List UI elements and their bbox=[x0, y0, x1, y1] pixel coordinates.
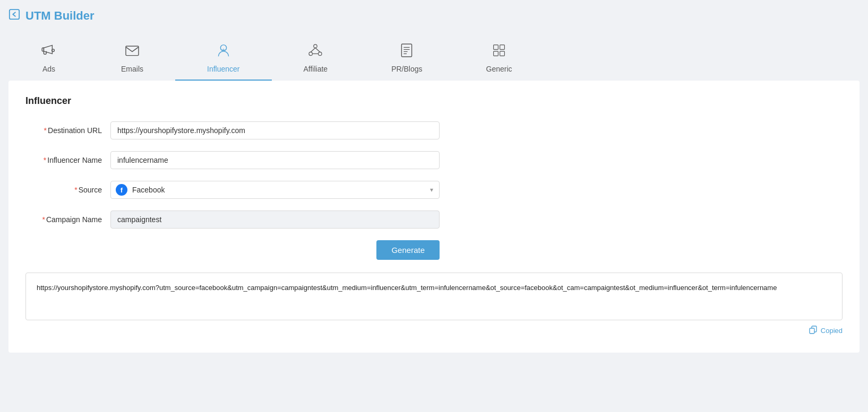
influencer-name-row: *Influencer Name bbox=[25, 151, 503, 169]
svg-rect-17 bbox=[500, 45, 505, 50]
page-header: UTM Builder bbox=[8, 8, 860, 23]
tab-influencer[interactable]: Influencer bbox=[175, 36, 271, 81]
generate-row: Generate bbox=[25, 240, 440, 260]
tab-generic[interactable]: Generic bbox=[454, 36, 544, 81]
svg-rect-0 bbox=[10, 10, 19, 19]
influencer-icon bbox=[215, 42, 232, 62]
required-star-4: * bbox=[42, 215, 45, 224]
affiliate-icon bbox=[307, 42, 324, 62]
main-content: Influencer *Destination URL *Influencer … bbox=[8, 81, 860, 353]
campaign-name-label: *Campaign Name bbox=[25, 215, 110, 224]
tab-emails[interactable]: Emails bbox=[89, 36, 175, 81]
required-star: * bbox=[44, 126, 47, 135]
campaign-name-input[interactable] bbox=[110, 211, 440, 229]
svg-point-7 bbox=[319, 52, 322, 55]
page-title: UTM Builder bbox=[25, 9, 94, 23]
svg-rect-11 bbox=[402, 44, 412, 57]
copy-icon bbox=[809, 326, 818, 336]
influencer-name-input[interactable] bbox=[110, 151, 440, 169]
source-select-wrapper: f Facebook Instagram Twitter YouTube Tik… bbox=[110, 181, 440, 199]
svg-rect-19 bbox=[500, 51, 505, 56]
required-star-2: * bbox=[44, 156, 46, 164]
svg-rect-2 bbox=[126, 46, 139, 56]
source-label: *Source bbox=[25, 186, 110, 194]
destination-url-label: *Destination URL bbox=[25, 126, 110, 135]
tab-affiliate-label: Affiliate bbox=[304, 65, 328, 73]
destination-url-input[interactable] bbox=[110, 121, 440, 139]
svg-point-5 bbox=[314, 45, 317, 48]
svg-line-9 bbox=[315, 48, 320, 52]
required-star-3: * bbox=[74, 186, 77, 194]
source-select[interactable]: Facebook Instagram Twitter YouTube TikTo… bbox=[110, 181, 440, 199]
svg-rect-18 bbox=[494, 51, 499, 56]
svg-point-6 bbox=[309, 52, 312, 55]
generic-icon bbox=[491, 42, 508, 62]
influencer-form: *Destination URL *Influencer Name *Sourc… bbox=[25, 121, 503, 260]
nav-tabs: Ads Emails Influencer bbox=[8, 31, 860, 81]
megaphone-icon bbox=[40, 42, 57, 62]
back-button[interactable] bbox=[8, 8, 20, 23]
url-output-text: https://yourshopifystore.myshopify.com?u… bbox=[37, 283, 831, 294]
campaign-name-row: *Campaign Name bbox=[25, 211, 503, 229]
source-row: *Source f Facebook Instagram Twitter You… bbox=[25, 181, 503, 199]
svg-rect-16 bbox=[494, 45, 499, 50]
tab-ads-label: Ads bbox=[42, 65, 55, 73]
tab-pr-blogs-label: PR/Blogs bbox=[391, 65, 422, 73]
svg-line-8 bbox=[311, 48, 316, 52]
destination-url-row: *Destination URL bbox=[25, 121, 503, 139]
tab-influencer-label: Influencer bbox=[207, 65, 239, 73]
influencer-name-label: *Influencer Name bbox=[25, 156, 110, 164]
tab-generic-label: Generic bbox=[486, 65, 512, 73]
svg-rect-21 bbox=[810, 328, 814, 334]
copied-row: Copied bbox=[25, 326, 843, 336]
document-icon bbox=[398, 42, 415, 62]
tab-pr-blogs[interactable]: PR/Blogs bbox=[359, 36, 454, 81]
generate-button[interactable]: Generate bbox=[376, 240, 440, 260]
svg-point-1 bbox=[52, 49, 55, 52]
tab-emails-label: Emails bbox=[121, 65, 143, 73]
tab-ads[interactable]: Ads bbox=[8, 36, 89, 81]
email-icon bbox=[124, 42, 141, 62]
content-title: Influencer bbox=[25, 95, 843, 107]
tab-affiliate[interactable]: Affiliate bbox=[272, 36, 360, 81]
copied-label: Copied bbox=[821, 327, 843, 335]
url-output-box: https://yourshopifystore.myshopify.com?u… bbox=[25, 273, 843, 320]
